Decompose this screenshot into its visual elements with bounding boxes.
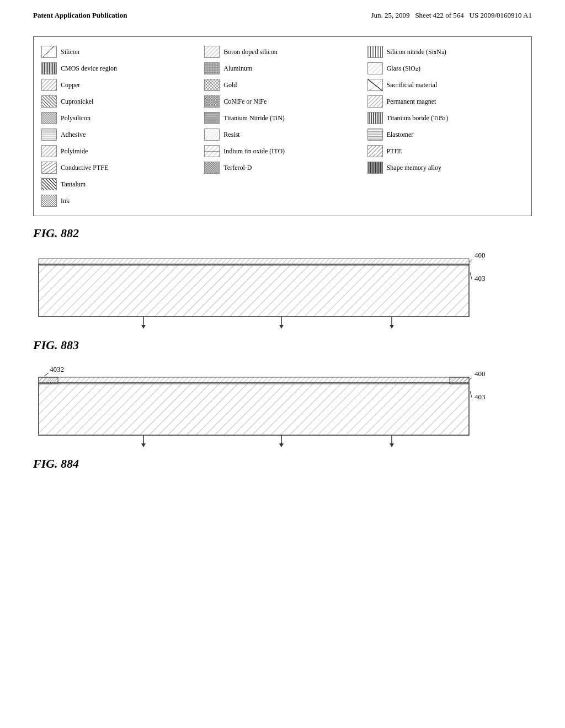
legend-item-permanent: Permanent magnet [364,93,527,110]
legend-label-boron: Boron doped silicon [223,48,277,56]
svg-rect-16 [205,79,220,91]
legend-label-elastomer: Elastomer [387,131,414,139]
svg-rect-11 [368,63,383,74]
legend-item-copper: Copper [38,77,201,93]
svg-rect-52 [368,146,383,157]
svg-marker-74 [279,325,284,329]
svg-rect-9 [205,63,220,74]
fig884-svg: 4032 4006 4031 [33,363,486,452]
legend-label-gold: Gold [223,81,237,89]
legend-item-cupronickel: Cupronickel [38,93,201,110]
swatch-sacrificial [367,79,383,91]
fig883-label: FIG. 883 [33,338,532,352]
svg-marker-72 [141,325,146,329]
header-info: Jun. 25, 2009 Sheet 422 of 564 US 2009/0… [371,11,532,20]
swatch-terfonol [204,162,220,174]
legend-item-titanium-boride: Titanium boride (TiB₂) [364,110,527,126]
legend-label-titanium-boride: Titanium boride (TiB₂) [387,114,448,122]
fig884-container: 4032 4006 4031 [33,363,486,454]
swatch-ito [204,145,220,157]
swatch-adhesive [41,129,57,141]
swatch-silicon [41,46,57,58]
fig883-label-4006: 4006 [475,251,486,259]
swatch-titanium-boride [367,112,383,124]
svg-rect-63 [42,179,57,190]
swatch-aluminum [204,62,220,74]
legend-item-polysilicon: Polysilicon [38,110,201,126]
swatch-polysilicon [41,112,57,124]
swatch-cmos [41,62,57,74]
legend-label-conife: CoNiFe or NiFe [223,98,266,106]
fig884-label-4031: 4031 [475,393,486,401]
legend-item-silicon: Silicon [38,44,201,60]
legend-label-cupronickel: Cupronickel [61,98,93,106]
svg-rect-85 [450,377,469,384]
swatch-ink [41,195,57,207]
svg-rect-34 [205,113,220,124]
legend-item-elastomer: Elastomer [364,126,527,143]
legend-label-adhesive: Adhesive [61,131,86,139]
legend-label-ink: Ink [61,197,70,205]
legend-item-ptfe: PTFE [364,143,527,159]
legend-item-titanium-nitride: Titanium Nitride (TiN) [201,110,364,126]
svg-line-0 [42,46,54,58]
swatch-silicon-nitride [367,46,383,58]
svg-rect-42 [205,129,220,141]
swatch-copper [41,79,57,91]
svg-line-17 [368,79,383,91]
legend-item-conife: CoNiFe or NiFe [201,93,364,110]
svg-rect-58 [205,162,220,174]
fig884-label-4032: 4032 [50,365,64,373]
legend-label-glass: Glass (SiO₂) [387,65,420,73]
swatch-titanium-nitride [204,112,220,124]
header-publication-label: Patent Application Publication [33,11,127,20]
svg-rect-82 [39,383,469,435]
legend-label-terfonol: Terferol-D [223,164,252,172]
legend-label-shape-memory: Shape memory alloy [387,164,441,172]
header-patent: US 2009/0160910 A1 [470,11,532,19]
svg-rect-40 [42,129,57,141]
legend-item-sacrificial: Sacrificial material [364,77,527,93]
legend-label-resist: Resist [223,131,239,139]
swatch-polyimide [41,145,57,157]
legend-item-glass: Glass (SiO₂) [364,60,527,77]
legend-item-tantalum: Tantalum [38,176,201,192]
svg-rect-47 [42,146,57,157]
svg-marker-87 [141,443,146,447]
svg-rect-2 [205,46,220,58]
page-header: Patent Application Publication Jun. 25, … [33,11,532,20]
swatch-tantalum [41,178,57,190]
legend-label-sacrificial: Sacrificial material [387,81,438,89]
svg-line-92 [44,373,49,376]
svg-line-77 [469,260,472,263]
legend-item-boron: Boron doped silicon [201,44,364,60]
swatch-permanent [367,95,383,108]
swatch-cupronickel [41,95,57,108]
header-sheet: Sheet 422 of 564 [415,11,463,19]
fig884-label: FIG. 884 [33,457,532,471]
svg-rect-4 [368,46,383,58]
legend-label-silicon: Silicon [61,48,79,56]
svg-line-78 [470,272,472,279]
swatch-ptfe [367,145,383,157]
legend-item-aluminum: Aluminum [201,60,364,77]
legend-label-silicon-nitride: Silicon nitride (Si₃N₄) [387,48,446,56]
svg-rect-70 [39,259,469,265]
legend-item-conductive-ptfe: Conductive PTFE [38,159,201,176]
svg-rect-30 [42,113,57,124]
legend-label-ptfe: PTFE [387,147,402,156]
svg-rect-6 [42,63,57,74]
legend-item-resist: Resist [201,126,364,143]
swatch-elastomer [367,129,383,141]
svg-rect-13 [42,79,57,91]
legend-label-ito: Indium tin oxide (ITO) [223,147,285,156]
swatch-shape-memory [367,162,383,174]
svg-marker-89 [279,443,284,447]
legend-item-polyimide: Polyimide [38,143,201,159]
fig883-label-4031: 4031 [475,274,486,282]
fig883-svg: 4006 4031 [33,250,486,333]
swatch-conductive-ptfe [41,162,57,174]
swatch-boron [204,46,220,58]
svg-line-94 [470,391,472,398]
swatch-gold [204,79,220,91]
